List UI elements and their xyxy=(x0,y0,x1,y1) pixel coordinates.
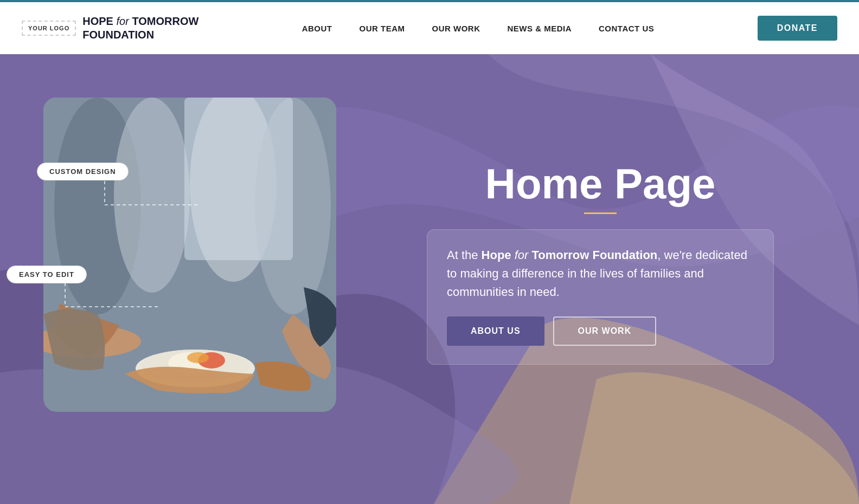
desc-tomorrow: Tomorrow Foundation xyxy=(532,248,658,262)
hero-text-card: At the Hope for Tomorrow Foundation, we'… xyxy=(427,229,774,365)
logo-area: YOUR LOGO HOPE for TOMORROW FOUNDATION xyxy=(22,15,198,42)
connector-easy-edit xyxy=(62,274,171,318)
brand-name: HOPE for TOMORROW FOUNDATION xyxy=(82,15,198,42)
nav-contact-us[interactable]: CONTACT US xyxy=(599,24,654,33)
nav-our-team[interactable]: OUR TEAM xyxy=(360,24,405,33)
main-nav: ABOUT OUR TEAM OUR WORK NEWS & MEDIA CON… xyxy=(198,24,757,33)
header: YOUR LOGO HOPE for TOMORROW FOUNDATION A… xyxy=(0,0,859,54)
hero-right-content: Home Page At the Hope for Tomorrow Found… xyxy=(352,76,848,365)
desc-for: for xyxy=(511,248,532,262)
hero-title: Home Page xyxy=(352,163,848,205)
hero-description: At the Hope for Tomorrow Foundation, we'… xyxy=(447,246,754,301)
hero-section: CUSTOM DESIGN EASY TO EDIT Home Page At … xyxy=(0,54,859,504)
nav-our-work[interactable]: OUR WORK xyxy=(432,24,480,33)
connector-custom-design xyxy=(102,172,210,216)
brand-for: for xyxy=(113,15,132,27)
desc-hope: Hope xyxy=(482,248,511,262)
hero-buttons: ABOUT US OUR WORK xyxy=(447,316,754,346)
about-us-button[interactable]: ABOUT US xyxy=(447,316,544,346)
donate-button[interactable]: DONATE xyxy=(758,16,837,41)
nav-about[interactable]: ABOUT xyxy=(302,24,332,33)
food-image xyxy=(43,98,336,412)
logo-placeholder: YOUR LOGO xyxy=(22,21,76,36)
brand-tomorrow: TOMORROW xyxy=(132,15,198,27)
brand-hope: HOPE xyxy=(82,15,113,27)
brand-foundation: FOUNDATION xyxy=(82,28,198,42)
hero-title-underline xyxy=(584,212,617,214)
hero-image xyxy=(43,98,336,412)
desc-prefix: At the xyxy=(447,248,482,262)
our-work-button[interactable]: OUR WORK xyxy=(553,316,657,346)
svg-point-12 xyxy=(187,352,209,363)
nav-news-media[interactable]: NEWS & MEDIA xyxy=(508,24,572,33)
